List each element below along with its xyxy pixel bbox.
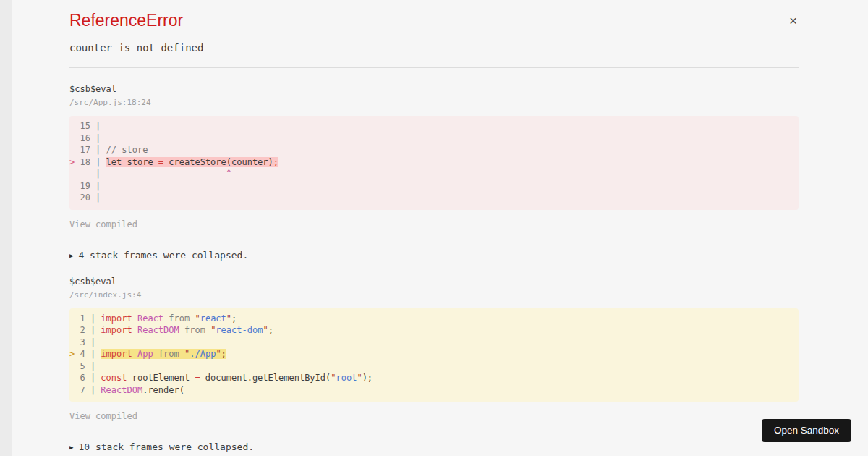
code-frame: 1 | import React from "react"; 2 | impor… [69,308,799,402]
view-compiled-link[interactable]: View compiled [69,219,137,229]
divider [69,67,799,68]
code-line: 19 | [69,180,799,193]
frame-file-location: /src/index.js:4 [69,290,799,300]
collapsed-frames-label: 4 stack frames were collapsed. [78,250,248,261]
code-line: > 4 | import App from "./App"; [69,348,799,360]
code-line: 20 | [69,192,799,204]
collapsed-frames-toggle[interactable]: ▶10 stack frames were collapsed. [69,442,799,452]
frame-function-name: $csb$eval [69,276,799,287]
view-compiled-link[interactable]: View compiled [69,411,137,421]
code-line: | ^ [69,168,799,180]
collapsed-frames-label: 10 stack frames were collapsed. [78,442,254,452]
stack-frame-app: $csb$eval /src/App.js:18:24 15 | 16 | 17… [69,84,799,230]
code-line: 3 | [69,337,799,349]
code-line: 7 | ReactDOM.render( [69,384,799,397]
chevron-right-icon: ▶ [69,252,73,259]
code-line: 1 | import React from "react"; [69,313,799,325]
error-title: ReferenceError [69,9,183,30]
open-sandbox-button[interactable]: Open Sandbox [762,419,851,442]
collapsed-frames-toggle[interactable]: ▶4 stack frames were collapsed. [69,250,799,261]
error-message: counter is not defined [69,42,799,54]
code-frame: 15 | 16 | 17 | // store> 18 | let store … [69,116,799,210]
close-icon[interactable]: × [785,11,801,30]
code-line: > 18 | let store = createStore(counter); [69,156,799,169]
code-line: 6 | const rootElement = document.getElem… [69,372,799,384]
error-overlay: ReferenceError × counter is not defined … [12,0,868,456]
error-overlay-content: ReferenceError × counter is not defined … [12,0,868,456]
error-highlight: let store = createStore(counter); [106,157,278,167]
code-line: 15 | [69,120,799,132]
frame-function-name: $csb$eval [69,84,799,94]
code-line: 2 | import ReactDOM from "react-dom"; [69,324,799,337]
code-line: 16 | [69,132,799,145]
frame-file-location: /src/App.js:18:24 [69,98,799,107]
error-highlight: import App from "./App"; [101,349,226,359]
chevron-right-icon: ▶ [69,444,73,451]
code-line: 5 | [69,360,799,373]
stack-frame-index: $csb$eval /src/index.js:4 1 | import Rea… [69,276,799,423]
overlay-header: ReferenceError × [69,9,799,30]
code-line: 17 | // store [69,144,799,156]
